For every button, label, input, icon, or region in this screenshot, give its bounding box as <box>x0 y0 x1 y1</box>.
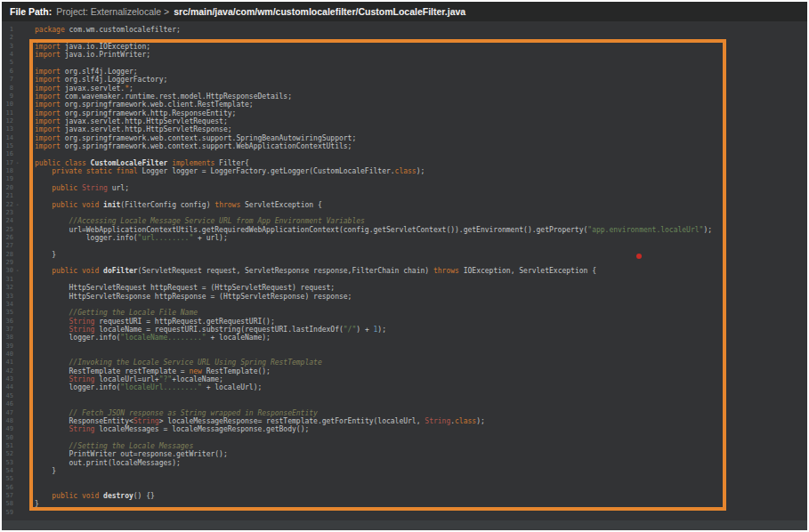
code-line[interactable]: 55 <box>2 475 807 483</box>
code-line[interactable]: 30- public void doFilter(ServletRequest … <box>2 267 807 275</box>
line-number[interactable]: 23 <box>2 209 13 217</box>
line-number[interactable]: 39 <box>2 343 13 351</box>
code-line[interactable]: 36 String requestURI = httpRequest.getRe… <box>2 318 807 326</box>
code-line[interactable]: 37 String localeName = requestURI.substr… <box>2 326 807 334</box>
line-number[interactable]: 48 <box>2 417 13 425</box>
code-line[interactable]: 19 <box>2 175 807 183</box>
line-number[interactable]: 18 <box>2 167 13 175</box>
line-number[interactable]: 7 <box>2 76 13 84</box>
line-number[interactable]: 50 <box>2 434 13 442</box>
code-line[interactable]: 57 public void destroy() {} <box>2 492 807 500</box>
line-number[interactable]: 16 <box>2 150 13 158</box>
line-number[interactable]: 59 <box>2 509 13 517</box>
code-line[interactable]: 16 <box>2 150 807 158</box>
line-number[interactable]: 38 <box>2 334 13 342</box>
line-number[interactable]: 5 <box>2 59 13 67</box>
line-number[interactable]: 52 <box>2 450 13 458</box>
code-line[interactable]: 21 <box>2 192 807 200</box>
code-line[interactable]: 27 <box>2 242 807 250</box>
line-number[interactable]: 44 <box>2 383 13 391</box>
line-number[interactable]: 25 <box>2 226 13 234</box>
code-line[interactable]: 6import org.slf4j.Logger; <box>2 68 807 76</box>
code-line[interactable]: 44 logger.info("localeUrl........" + loc… <box>2 383 807 391</box>
code-line[interactable]: 35 //Getting the Locale File Name <box>2 309 807 317</box>
code-line[interactable]: 43 String localeUrl=url+"?"+localeName; <box>2 375 807 383</box>
line-number[interactable]: 36 <box>2 318 13 326</box>
code-line[interactable]: 3import java.io.IOException; <box>2 43 807 51</box>
code-line[interactable]: 32 HttpServletRequest httpRequest = (Htt… <box>2 284 807 292</box>
line-number[interactable]: 8 <box>2 85 13 93</box>
code-line[interactable]: 23 <box>2 209 807 217</box>
line-number[interactable]: 49 <box>2 425 13 433</box>
code-line[interactable]: 1package com.wm.customlocalefilter; <box>2 26 807 34</box>
line-number[interactable]: 9 <box>2 93 13 101</box>
code-line[interactable]: 50 <box>2 434 807 442</box>
fold-marker-icon[interactable]: - <box>13 159 21 167</box>
line-number[interactable]: 53 <box>2 459 13 467</box>
line-number[interactable]: 42 <box>2 367 13 375</box>
code-line[interactable]: 7import org.slf4j.LoggerFactory; <box>2 76 807 84</box>
code-line[interactable]: 46 <box>2 400 807 408</box>
code-line[interactable]: 17-public class CustomLocaleFilter imple… <box>2 159 807 167</box>
line-number[interactable]: 30 <box>2 267 13 275</box>
line-number[interactable]: 35 <box>2 309 13 317</box>
code-editor[interactable]: 1package com.wm.customlocalefilter;23imp… <box>2 21 807 520</box>
code-line[interactable]: 33 HttpServletResponse httpResponse = (H… <box>2 293 807 301</box>
code-line[interactable]: 14import org.springframework.web.context… <box>2 134 807 142</box>
line-number[interactable]: 34 <box>2 301 13 309</box>
code-line[interactable]: 26 logger.info("url........" + url); <box>2 234 807 242</box>
code-line[interactable]: 49 String localeMessages = localeMessage… <box>2 425 807 433</box>
line-number[interactable]: 6 <box>2 68 13 76</box>
code-line[interactable]: 51 //Setting the Locale Messages <box>2 442 807 450</box>
code-line[interactable]: 10import org.springframework.web.client.… <box>2 101 807 109</box>
line-number[interactable]: 40 <box>2 351 13 359</box>
line-number[interactable]: 51 <box>2 442 13 450</box>
code-line[interactable]: 56 <box>2 484 807 492</box>
line-number[interactable]: 20 <box>2 184 13 192</box>
line-number[interactable]: 27 <box>2 242 13 250</box>
code-line[interactable]: 5 <box>2 59 807 67</box>
line-number[interactable]: 31 <box>2 276 13 284</box>
code-line[interactable]: 20 public String url; <box>2 184 807 192</box>
code-line[interactable]: 31 <box>2 276 807 284</box>
code-line[interactable]: 42 RestTemplate restTemplate = new RestT… <box>2 367 807 375</box>
line-number[interactable]: 28 <box>2 251 13 259</box>
line-number[interactable]: 14 <box>2 134 13 142</box>
code-line[interactable]: 24 //Accessing Locale Message Service UR… <box>2 217 807 225</box>
code-line[interactable]: 25 url=WebApplicationContextUtils.getReq… <box>2 226 807 234</box>
line-number[interactable]: 1 <box>2 26 13 34</box>
line-number[interactable]: 2 <box>2 34 13 42</box>
code-line[interactable]: 59 <box>2 509 807 517</box>
code-line[interactable]: 11import org.springframework.http.Respon… <box>2 109 807 117</box>
line-number[interactable]: 58 <box>2 500 13 508</box>
line-number[interactable]: 29 <box>2 259 13 267</box>
line-number[interactable]: 24 <box>2 217 13 225</box>
line-number[interactable]: 12 <box>2 117 13 125</box>
code-line[interactable]: 58} <box>2 500 807 508</box>
line-number[interactable]: 3 <box>2 43 13 51</box>
line-number[interactable]: 19 <box>2 175 13 183</box>
line-number[interactable]: 10 <box>2 101 13 109</box>
line-number[interactable]: 17 <box>2 159 13 167</box>
code-line[interactable]: 18 private static final Logger logger = … <box>2 167 807 175</box>
fold-marker-icon[interactable]: - <box>13 267 21 275</box>
line-number[interactable]: 4 <box>2 51 13 59</box>
line-number[interactable]: 56 <box>2 484 13 492</box>
line-number[interactable]: 37 <box>2 326 13 334</box>
line-number[interactable]: 13 <box>2 125 13 133</box>
line-number[interactable]: 45 <box>2 392 13 400</box>
code-line[interactable]: 52 PrintWriter out=response.getWriter(); <box>2 450 807 458</box>
code-line[interactable]: 38 logger.info("localeName........" + lo… <box>2 334 807 342</box>
line-number[interactable]: 54 <box>2 467 13 475</box>
line-number[interactable]: 33 <box>2 293 13 301</box>
code-line[interactable]: 2 <box>2 34 807 42</box>
code-line[interactable]: 9import com.wavemaker.runtime.rest.model… <box>2 93 807 101</box>
line-number[interactable]: 41 <box>2 359 13 367</box>
line-number[interactable]: 32 <box>2 284 13 292</box>
line-number[interactable]: 55 <box>2 475 13 483</box>
line-number[interactable]: 43 <box>2 375 13 383</box>
fold-marker-icon[interactable]: - <box>13 201 21 209</box>
code-line[interactable]: 15import org.springframework.web.context… <box>2 142 807 150</box>
code-line[interactable]: 47 // Fetch JSON response as String wrap… <box>2 409 807 417</box>
code-line[interactable]: 22- public void init(FilterConfig config… <box>2 201 807 209</box>
